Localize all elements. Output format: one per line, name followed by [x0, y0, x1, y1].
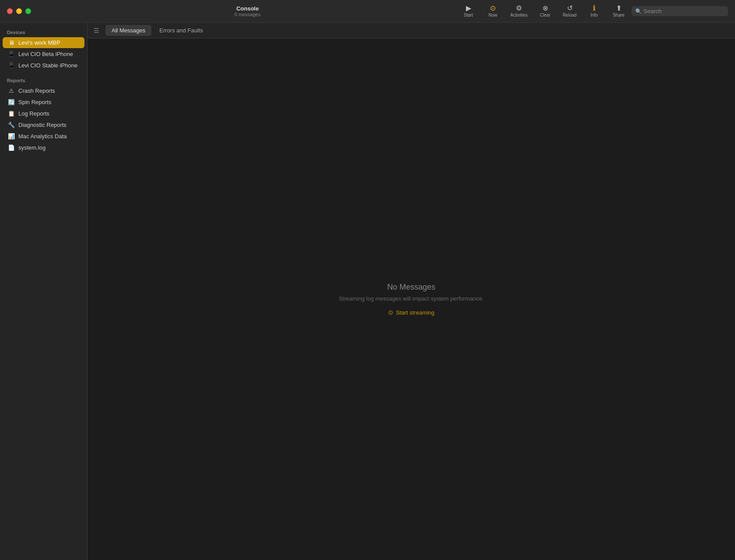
minimize-button[interactable] — [16, 8, 22, 14]
toolbar-actions: ▶ Start ⊙ Now ⚙ Activities ⊗ Clear ↺ Rel… — [457, 3, 728, 19]
crash-icon: ⚠ — [8, 88, 15, 94]
sidebar: Devices 🖥 Levi's work MBP 📱 Levi CIO Bet… — [0, 23, 88, 560]
sidebar-toggle-button[interactable]: ☰ — [91, 25, 102, 36]
sidebar-item-label-system-log: system.log — [18, 144, 46, 151]
title-bar: Console 0 messages ▶ Start ⊙ Now ⚙ Activ… — [0, 0, 735, 23]
share-label: Share — [613, 13, 625, 18]
devices-section-label: Devices — [0, 27, 87, 37]
info-button[interactable]: ℹ Info — [583, 3, 606, 19]
search-field[interactable]: 🔍 — [632, 6, 728, 16]
search-input[interactable] — [644, 8, 724, 14]
sidebar-item-label-log: Log Reports — [18, 110, 49, 117]
sidebar-item-levi-stable[interactable]: 📱 Levi CIO Stable iPhone — [3, 60, 84, 71]
spin-icon: 🔄 — [8, 99, 15, 105]
sidebar-item-spin-reports[interactable]: 🔄 Spin Reports — [3, 97, 84, 108]
file-icon: 📄 — [8, 144, 15, 151]
start-label: Start — [464, 13, 473, 18]
tab-bar: ☰ All Messages Errors and Faults — [88, 23, 735, 38]
sidebar-item-diagnostic-reports[interactable]: 🔧 Diagnostic Reports — [3, 119, 84, 130]
no-messages-title: No Messages — [387, 283, 435, 292]
sidebar-item-label-mac-analytics: Mac Analytics Data — [18, 133, 67, 140]
now-label: Now — [489, 13, 497, 18]
stream-icon: ⊙ — [388, 309, 393, 316]
reload-icon: ↺ — [567, 5, 573, 12]
tab-all-messages[interactable]: All Messages — [105, 25, 151, 36]
clear-icon: ⊗ — [542, 5, 548, 12]
sidebar-item-label-diagnostic: Diagnostic Reports — [18, 122, 66, 128]
sidebar-item-levi-mbp[interactable]: 🖥 Levi's work MBP — [3, 37, 84, 48]
activities-button[interactable]: ⚙ Activities — [506, 3, 532, 19]
main-layout: Devices 🖥 Levi's work MBP 📱 Levi CIO Bet… — [0, 23, 735, 560]
sidebar-item-label-spin: Spin Reports — [18, 99, 51, 105]
window-controls — [7, 8, 31, 14]
clear-label: Clear — [540, 13, 550, 18]
sidebar-item-levi-beta[interactable]: 📱 Levi CIO Beta iPhone — [3, 49, 84, 60]
start-streaming-button[interactable]: ⊙ Start streaming — [388, 309, 434, 316]
sidebar-item-crash-reports[interactable]: ⚠ Crash Reports — [3, 85, 84, 96]
title-info: Console 0 messages — [38, 5, 457, 17]
now-button[interactable]: ⊙ Now — [482, 3, 504, 19]
search-icon: 🔍 — [635, 8, 642, 14]
reload-button[interactable]: ↺ Reload — [558, 3, 581, 19]
activities-label: Activities — [511, 13, 528, 18]
app-subtitle: 0 messages — [234, 12, 260, 17]
no-messages-subtitle: Streaming log messages will impact syste… — [339, 295, 484, 302]
phone-icon-2: 📱 — [8, 62, 15, 69]
sidebar-item-label-levi-stable: Levi CIO Stable iPhone — [18, 62, 77, 69]
start-icon: ▶ — [466, 5, 471, 12]
sidebar-item-log-reports[interactable]: 📋 Log Reports — [3, 108, 84, 119]
clear-button[interactable]: ⊗ Clear — [534, 3, 556, 19]
analytics-icon: 📊 — [8, 133, 15, 140]
sidebar-item-label-levi-beta: Levi CIO Beta iPhone — [18, 51, 73, 57]
app-title: Console — [236, 5, 259, 12]
reports-section-label: Reports — [0, 75, 87, 85]
message-area: No Messages Streaming log messages will … — [88, 38, 735, 560]
phone-icon-1: 📱 — [8, 51, 15, 57]
share-button[interactable]: ⬆ Share — [607, 3, 630, 19]
tab-errors-faults[interactable]: Errors and Faults — [153, 25, 209, 36]
computer-icon: 🖥 — [8, 39, 15, 46]
share-icon: ⬆ — [616, 5, 622, 12]
info-icon: ℹ — [593, 5, 595, 12]
sidebar-item-label-levi-mbp: Levi's work MBP — [18, 39, 60, 46]
diagnostic-icon: 🔧 — [8, 122, 15, 128]
info-label: Info — [591, 13, 598, 18]
log-icon: 📋 — [8, 110, 15, 117]
start-streaming-label: Start streaming — [396, 309, 434, 316]
start-button[interactable]: ▶ Start — [457, 3, 480, 19]
sidebar-item-mac-analytics[interactable]: 📊 Mac Analytics Data — [3, 131, 84, 142]
sidebar-item-system-log[interactable]: 📄 system.log — [3, 142, 84, 153]
maximize-button[interactable] — [25, 8, 31, 14]
now-icon: ⊙ — [490, 5, 496, 12]
sidebar-item-label-crash: Crash Reports — [18, 88, 55, 94]
activities-icon: ⚙ — [516, 5, 522, 12]
close-button[interactable] — [7, 8, 13, 14]
content-area: ☰ All Messages Errors and Faults No Mess… — [88, 23, 735, 560]
reload-label: Reload — [563, 13, 577, 18]
